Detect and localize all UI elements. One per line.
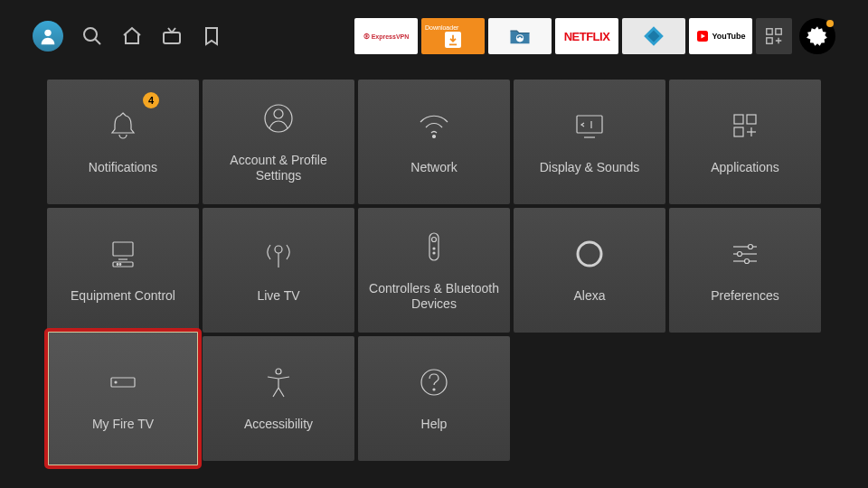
svg-point-35 — [738, 252, 742, 257]
tile-label: Applications — [711, 160, 779, 176]
search-button[interactable] — [81, 25, 103, 47]
apps-icon — [727, 108, 763, 144]
tile-accessibility[interactable]: Accessibility — [203, 336, 354, 461]
tile-label: Accessibility — [244, 417, 313, 433]
svg-point-28 — [432, 237, 437, 241]
home-button[interactable] — [121, 25, 143, 47]
wifi-icon — [416, 108, 452, 144]
tile-label: My Fire TV — [92, 417, 154, 433]
tile-help[interactable]: Help — [358, 336, 510, 461]
home-icon — [121, 25, 143, 47]
svg-rect-20 — [113, 242, 133, 256]
nav-left — [33, 21, 222, 52]
gear-icon — [806, 24, 829, 48]
app-kodi[interactable] — [622, 18, 685, 54]
tile-alexa[interactable]: Alexa — [514, 208, 665, 333]
app-downloader[interactable]: Downloader — [421, 18, 485, 54]
svg-point-24 — [119, 264, 121, 266]
tile-applications[interactable]: Applications — [669, 80, 821, 204]
profile-button[interactable] — [33, 21, 63, 52]
tile-controllers[interactable]: Controllers & Bluetooth Devices — [358, 208, 510, 333]
tile-preferences[interactable]: Preferences — [669, 208, 821, 333]
tile-label: Equipment Control — [71, 288, 175, 305]
youtube-icon — [695, 31, 710, 42]
app-expressvpn[interactable]: ⦿ ExpressVPN — [354, 18, 418, 54]
tile-label: Controllers & Bluetooth Devices — [365, 281, 503, 313]
notification-badge: 4 — [143, 92, 159, 108]
svg-point-11 — [274, 109, 283, 118]
tile-label: Display & Sounds — [540, 160, 640, 176]
account-icon — [260, 100, 297, 136]
svg-point-23 — [117, 264, 118, 266]
svg-point-33 — [749, 245, 753, 249]
svg-rect-13 — [577, 116, 602, 133]
app-label: Downloader — [425, 24, 458, 31]
tile-label: Network — [410, 160, 457, 176]
profile-icon — [38, 26, 58, 46]
svg-rect-17 — [734, 127, 743, 136]
svg-rect-6 — [767, 29, 772, 34]
kodi-icon — [642, 24, 665, 48]
svg-rect-8 — [767, 38, 772, 43]
app-youtube[interactable]: YouTube — [689, 18, 752, 54]
svg-rect-3 — [164, 33, 180, 43]
svg-point-29 — [433, 248, 435, 249]
tile-display[interactable]: Display & Sounds — [514, 80, 665, 204]
tile-myfiretv[interactable]: My Fire TV — [47, 331, 199, 466]
app-more-button[interactable] — [756, 18, 792, 54]
tile-label: Account & Profile Settings — [210, 153, 347, 184]
bell-icon — [105, 108, 141, 144]
bookmark-icon — [201, 25, 222, 47]
tile-label: Live TV — [257, 288, 299, 305]
svg-point-31 — [578, 242, 601, 266]
app-row: ⦿ ExpressVPN Downloader NETFLIX YouTube — [354, 18, 835, 54]
help-icon — [416, 364, 452, 400]
tile-livetv[interactable]: Live TV — [203, 208, 354, 333]
live-button[interactable] — [161, 25, 183, 47]
download-arrow-icon — [445, 32, 461, 48]
tile-equipment[interactable]: Equipment Control — [47, 208, 199, 333]
display-icon — [571, 108, 608, 144]
svg-point-41 — [421, 370, 447, 395]
svg-point-30 — [433, 252, 435, 254]
tile-network[interactable]: Network — [358, 80, 510, 204]
tile-account[interactable]: Account & Profile Settings — [203, 80, 354, 204]
antenna-icon — [260, 236, 297, 272]
settings-grid: 4 Notifications Account & Profile Settin… — [0, 54, 868, 461]
search-icon — [81, 25, 103, 47]
tv-icon — [161, 25, 183, 47]
tile-label: Notifications — [89, 160, 157, 176]
svg-rect-16 — [747, 115, 756, 124]
tile-label: Preferences — [711, 288, 778, 305]
app-label: ⦿ ExpressVPN — [363, 33, 410, 40]
svg-point-42 — [433, 389, 435, 390]
sliders-icon — [727, 236, 763, 272]
top-bar: ⦿ ExpressVPN Downloader NETFLIX YouTube — [0, 0, 868, 54]
app-label: NETFLIX — [564, 30, 610, 43]
folder-icon — [507, 23, 533, 49]
svg-point-1 — [84, 28, 97, 41]
alexa-icon — [571, 236, 608, 272]
svg-rect-15 — [734, 115, 743, 124]
settings-button[interactable] — [799, 18, 835, 54]
app-label: YouTube — [695, 31, 745, 42]
svg-rect-22 — [113, 262, 133, 267]
svg-line-2 — [95, 39, 100, 44]
tile-label: Alexa — [573, 288, 605, 305]
app-es-file-explorer[interactable] — [488, 18, 552, 54]
svg-point-25 — [275, 246, 282, 253]
svg-point-12 — [433, 136, 436, 138]
tile-label: Help — [421, 417, 448, 433]
tile-notifications[interactable]: 4 Notifications — [47, 80, 199, 204]
svg-point-40 — [276, 369, 281, 374]
svg-point-37 — [745, 259, 750, 264]
app-netflix[interactable]: NETFLIX — [555, 18, 618, 54]
accessibility-icon — [260, 364, 297, 400]
svg-rect-7 — [776, 29, 781, 34]
remote-icon — [416, 229, 452, 265]
equipment-icon — [105, 236, 141, 272]
svg-point-39 — [115, 381, 117, 383]
svg-point-0 — [44, 30, 51, 36]
bookmark-button[interactable] — [201, 25, 222, 47]
app-grid-icon — [764, 26, 784, 46]
